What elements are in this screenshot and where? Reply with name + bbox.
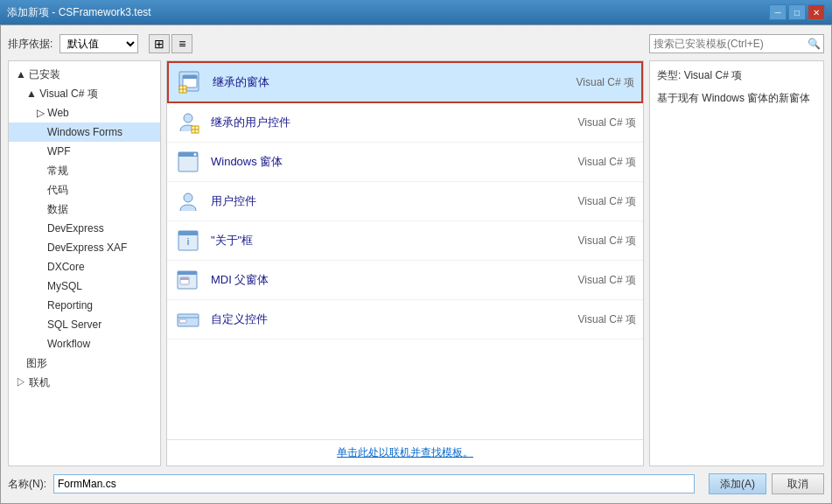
tree-item-mysql[interactable]: MySQL [9,276,160,296]
template-item-windows-form[interactable]: Windows 窗体 Visual C# 项 [167,143,643,182]
info-panel: 类型: Visual C# 项 基于现有 Windows 窗体的新窗体 [649,60,824,466]
svg-rect-23 [179,319,186,323]
about-box-icon: i [174,227,202,255]
svg-rect-2 [183,75,197,79]
name-label: 名称(N): [8,477,46,492]
template-item-mdi-parent[interactable]: MDI 父窗体 Visual C# 项 [167,261,643,300]
content-area: ▲ 已安装 ▲ Visual C# 项 ▷ Web Windows Forms … [8,60,824,466]
list-view-button[interactable]: ≡ [171,34,192,53]
svg-rect-18 [178,271,197,275]
tree-item-sqlserver[interactable]: SQL Server [9,315,160,334]
tree-item-installed[interactable]: ▲ 已安装 [9,65,160,84]
template-type-inherit-form: Visual C# 项 [577,75,634,90]
user-control-icon [174,187,202,215]
svg-rect-15 [178,231,198,235]
title-bar: 添加新项 - CSFramework3.test ─ □ ✕ [0,0,832,24]
info-desc: 基于现有 Windows 窗体的新窗体 [657,90,816,106]
tree-item-reporting[interactable]: Reporting [9,296,160,315]
view-toggle: ⊞ ≡ [149,34,192,53]
inherit-user-control-icon [174,108,202,136]
tree-item-web[interactable]: ▷ Web [9,103,160,122]
template-type-user-control: Visual C# 项 [578,194,636,209]
tree-item-dxcore[interactable]: DXCore [9,257,160,276]
close-button[interactable]: ✕ [808,4,825,20]
online-link[interactable]: 单击此处以联机并查找模板。 [337,446,473,458]
inherit-form-icon [176,68,204,96]
template-item-custom-control[interactable]: 自定义控件 Visual C# 项 [167,300,643,340]
tree-item-online[interactable]: ▷ 联机 [9,373,160,392]
template-name-windows-form: Windows 窗体 [211,154,578,170]
template-panel: 继承的窗体 Visual C# 项 继承的用户控件 Visual C# 项 [166,60,644,466]
svg-text:i: i [186,236,189,247]
sort-label: 排序依据: [8,37,52,52]
search-box: 🔍 [649,34,824,53]
template-item-about-box[interactable]: i "关于"框 Visual C# 项 [167,221,643,261]
dialog-body: 排序依据: 默认值 ⊞ ≡ 🔍 ▲ 已安装 ▲ Visual C# 项 ▷ We… [0,24,832,504]
template-name-about-box: "关于"框 [211,233,578,248]
template-name-user-control: 用户控件 [211,193,578,209]
svg-point-13 [184,193,192,202]
template-item-inherit-user-control[interactable]: 继承的用户控件 Visual C# 项 [167,103,643,143]
tree-item-workflow[interactable]: Workflow [9,334,160,354]
tree-item-visualcsharp[interactable]: ▲ Visual C# 项 [9,84,160,103]
name-input[interactable] [53,474,695,494]
add-button[interactable]: 添加(A) [709,473,766,494]
svg-point-12 [194,153,197,156]
minimize-button[interactable]: ─ [769,4,787,20]
tree-item-wpf[interactable]: WPF [9,142,160,161]
template-name-inherit-form: 继承的窗体 [213,74,577,90]
dialog-title: 添加新项 - CSFramework3.test [7,5,151,20]
tree-panel: ▲ 已安装 ▲ Visual C# 项 ▷ Web Windows Forms … [8,60,161,466]
svg-point-6 [184,114,192,122]
tree-item-data[interactable]: 数据 [9,200,160,219]
search-icon[interactable]: 🔍 [804,35,823,52]
online-link-row: 单击此处以联机并查找模板。 [167,439,643,466]
window-controls: ─ □ ✕ [769,4,825,20]
maximize-button[interactable]: □ [788,4,806,20]
tree-item-devexpress[interactable]: DevExpress [9,219,160,238]
info-type: 类型: Visual C# 项 [657,68,816,83]
tree-item-code[interactable]: 代码 [9,180,160,200]
bottom-bar: 名称(N): 添加(A) 取消 [8,472,824,496]
template-type-custom-control: Visual C# 项 [578,312,636,327]
template-item-user-control[interactable]: 用户控件 Visual C# 项 [167,182,643,221]
windows-form-icon [174,148,202,176]
template-name-inherit-user-control: 继承的用户控件 [211,115,578,130]
mdi-parent-icon [174,266,202,294]
template-type-inherit-user-control: Visual C# 项 [578,116,636,130]
template-type-about-box: Visual C# 项 [578,234,636,248]
template-name-mdi-parent: MDI 父窗体 [211,272,578,288]
top-toolbar: 排序依据: 默认值 ⊞ ≡ 🔍 [8,32,824,55]
tree-item-devexpressxaf[interactable]: DevExpress XAF [9,238,160,257]
tree-item-graphics[interactable]: 图形 [9,354,160,373]
template-type-mdi-parent: Visual C# 项 [578,273,636,288]
svg-rect-20 [180,277,189,280]
tree-item-normal[interactable]: 常规 [9,161,160,180]
sort-select[interactable]: 默认值 [59,34,138,53]
custom-control-icon [174,305,202,333]
template-name-custom-control: 自定义控件 [211,312,578,327]
template-type-windows-form: Visual C# 项 [578,155,636,170]
tree-item-winforms[interactable]: Windows Forms [9,122,160,142]
cancel-button[interactable]: 取消 [772,473,824,494]
action-buttons: 添加(A) 取消 [709,473,824,494]
grid-view-button[interactable]: ⊞ [149,34,170,53]
template-item-inherit-form[interactable]: 继承的窗体 Visual C# 项 [167,61,643,103]
search-input[interactable] [650,35,804,52]
